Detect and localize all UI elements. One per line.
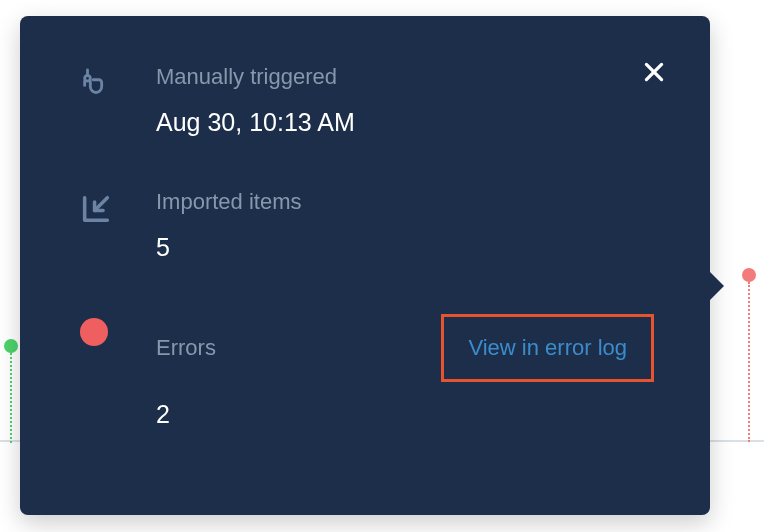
import-icon — [76, 189, 116, 229]
run-details-popover: Manually triggered Aug 30, 10:13 AM Impo… — [20, 16, 710, 515]
imported-row: Imported items 5 — [76, 189, 654, 262]
close-button[interactable] — [638, 56, 670, 88]
chart-data-point — [742, 268, 756, 282]
imported-label: Imported items — [156, 189, 654, 215]
chart-dotted-line — [10, 353, 12, 443]
triggered-label: Manually triggered — [156, 64, 654, 90]
chart-dotted-line — [748, 282, 750, 442]
triggered-timestamp: Aug 30, 10:13 AM — [156, 108, 654, 137]
errors-label: Errors — [156, 335, 216, 361]
chart-data-point — [4, 339, 18, 353]
error-status-dot — [80, 318, 108, 346]
view-error-log-button[interactable]: View in error log — [441, 314, 654, 382]
imported-count: 5 — [156, 233, 654, 262]
view-error-log-link-text: View in error log — [468, 335, 627, 360]
triggered-row: Manually triggered Aug 30, 10:13 AM — [76, 64, 654, 137]
close-icon — [641, 59, 667, 85]
manual-trigger-icon — [76, 64, 116, 104]
errors-count: 2 — [156, 400, 654, 429]
errors-row: Errors View in error log 2 — [76, 314, 654, 429]
